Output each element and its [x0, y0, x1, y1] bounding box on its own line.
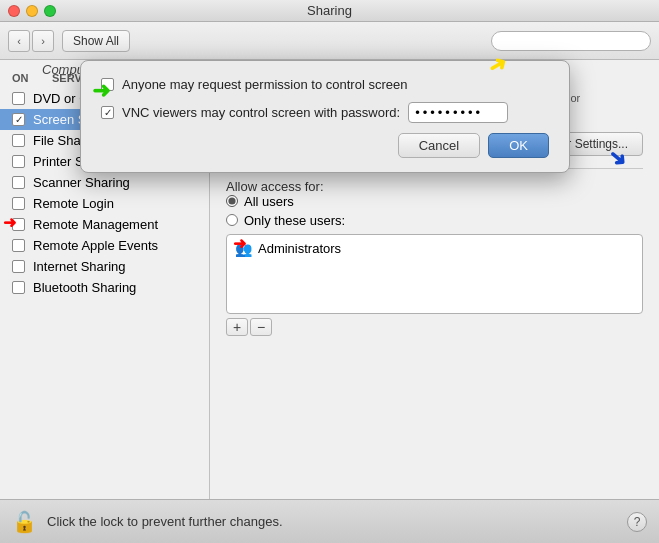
title-bar: Sharing — [0, 0, 659, 22]
internet-sharing-checkbox[interactable] — [12, 260, 25, 273]
footer-text: Click the lock to prevent further change… — [47, 514, 283, 529]
footer: 🔓 Click the lock to prevent further chan… — [0, 499, 659, 543]
file-sharing-checkbox[interactable] — [12, 134, 25, 147]
minimize-button[interactable] — [26, 5, 38, 17]
remote-login-label: Remote Login — [33, 196, 114, 211]
sidebar-item-internet-sharing[interactable]: Internet Sharing — [0, 256, 209, 277]
window-title: Sharing — [307, 3, 352, 18]
red-arrow-settings-annotation: ➜ — [233, 234, 246, 253]
sidebar-item-remote-management[interactable]: Remote Management — [0, 214, 209, 235]
all-users-row[interactable]: All users — [226, 194, 643, 209]
internet-sharing-label: Internet Sharing — [33, 259, 126, 274]
remote-login-checkbox[interactable] — [12, 197, 25, 210]
nav-buttons: ‹ › — [8, 30, 54, 52]
dialog-row-2: VNC viewers may control screen with pass… — [101, 102, 549, 123]
maximize-button[interactable] — [44, 5, 56, 17]
show-all-button[interactable]: Show All — [62, 30, 130, 52]
header-on: On — [12, 72, 36, 84]
window-controls[interactable] — [8, 5, 56, 17]
remote-management-label: Remote Management — [33, 217, 158, 232]
remote-apple-events-label: Remote Apple Events — [33, 238, 158, 253]
administrators-label: Administrators — [258, 241, 341, 256]
search-input[interactable] — [491, 31, 651, 51]
scanner-sharing-checkbox[interactable] — [12, 176, 25, 189]
remote-apple-events-checkbox[interactable] — [12, 239, 25, 252]
sidebar-item-scanner-sharing[interactable]: Scanner Sharing — [0, 172, 209, 193]
close-button[interactable] — [8, 5, 20, 17]
only-these-users-radio[interactable] — [226, 214, 238, 226]
sidebar-item-remote-login[interactable]: Remote Login — [0, 193, 209, 214]
vnc-viewers-checkbox[interactable] — [101, 106, 114, 119]
access-section: Allow access for: All users Only these u… — [226, 168, 643, 336]
printer-sharing-checkbox[interactable] — [12, 155, 25, 168]
only-these-users-label: Only these users: — [244, 213, 345, 228]
all-users-radio[interactable] — [226, 195, 238, 207]
scanner-sharing-label: Scanner Sharing — [33, 175, 130, 190]
list-actions: + − — [226, 318, 643, 336]
vnc-viewers-label: VNC viewers may control screen with pass… — [122, 105, 400, 120]
ok-button[interactable]: OK — [488, 133, 549, 158]
bluetooth-sharing-checkbox[interactable] — [12, 281, 25, 294]
access-title: Allow access for: — [226, 179, 324, 194]
only-these-users-row[interactable]: Only these users: — [226, 213, 643, 228]
help-button[interactable]: ? — [627, 512, 647, 532]
green-arrow-icon: ➜ — [92, 78, 110, 104]
back-button[interactable]: ‹ — [8, 30, 30, 52]
cancel-button[interactable]: Cancel — [398, 133, 480, 158]
sidebar-item-remote-apple-events[interactable]: Remote Apple Events — [0, 235, 209, 256]
screen-sharing-checkbox[interactable] — [12, 113, 25, 126]
bluetooth-sharing-label: Bluetooth Sharing — [33, 280, 136, 295]
users-list: 👥 Administrators — [226, 234, 643, 314]
add-user-button[interactable]: + — [226, 318, 248, 336]
forward-button[interactable]: › — [32, 30, 54, 52]
anyone-request-label: Anyone may request permission to control… — [122, 77, 407, 92]
sidebar-item-bluetooth-sharing[interactable]: Bluetooth Sharing — [0, 277, 209, 298]
toolbar: ‹ › Show All — [0, 22, 659, 60]
user-administrators: 👥 Administrators — [231, 239, 638, 259]
dvd-checkbox[interactable] — [12, 92, 25, 105]
dialog-row-1: Anyone may request permission to control… — [101, 77, 549, 92]
red-arrow-sidebar-icon: ➜ — [3, 213, 16, 232]
remove-user-button[interactable]: − — [250, 318, 272, 336]
vnc-password-input[interactable] — [408, 102, 508, 123]
all-users-label: All users — [244, 194, 294, 209]
dialog-buttons: Cancel OK — [101, 133, 549, 158]
lock-icon[interactable]: 🔓 — [12, 510, 37, 534]
